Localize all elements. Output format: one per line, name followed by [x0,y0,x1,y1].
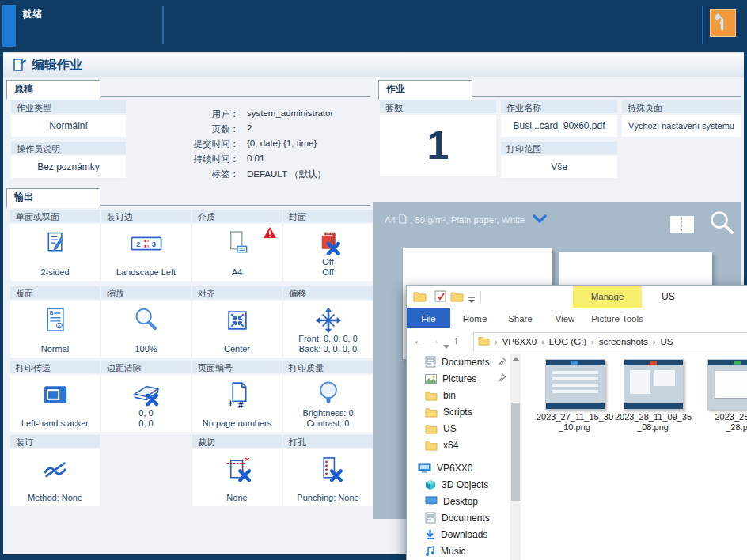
pin-icon [498,357,506,368]
breadcrumb-vp6xx0[interactable]: VP6XX0 [502,337,537,346]
job-type-value[interactable]: Normální [11,115,126,137]
up-icon[interactable]: ↑ [453,334,459,346]
music-icon [425,546,435,557]
pin-icon [498,373,506,384]
properties-check-icon[interactable] [434,290,446,305]
page-title: 编辑作业 [32,57,82,74]
zoom-icon [101,304,191,337]
sidebar-item-3d-objects[interactable]: 3D Objects [407,476,510,493]
staple-icon [10,452,100,486]
tab-job[interactable]: 作业 [378,80,472,100]
status-text: 就绪 [22,8,43,21]
window-title-strip: 编辑作业 [3,53,744,77]
tile-trim[interactable]: 裁切 None [192,435,282,506]
tile-staple[interactable]: 装订 Method: None [10,435,100,506]
tile-media[interactable]: 介质 A4 [192,210,282,281]
scrollbar-up-arrow[interactable] [513,357,519,361]
computer-icon [418,463,431,474]
sidebar-item-desktop[interactable]: Desktop [407,493,510,509]
breadcrumb-screenshots[interactable]: screenshots [599,337,648,346]
recent-locations-icon[interactable] [443,339,449,353]
portrait-page-icon [399,214,407,225]
folder-icon [425,390,438,401]
svg-text:q: q [58,324,60,328]
chevron-down-icon[interactable] [533,214,547,225]
sidebar-item-this-pc[interactable]: VP6XX0 [407,460,510,476]
job-name-value[interactable]: Busi...card_90x60.pdf [501,115,617,137]
tile-layout[interactable]: 版面 Bq Normal [10,286,100,358]
tile-label: 打印质量 [283,361,373,373]
tile-page-numbers[interactable]: 页面编号 +# No page numbers [192,361,282,432]
file-thumbnail-1[interactable]: 2023_27_11_15_30_10.png [545,359,604,433]
tile-label: 单面或双面 [10,210,100,222]
spread-view-icon[interactable] [670,216,694,233]
tab-original[interactable]: 原稿 [6,80,100,100]
tab-picture-tools[interactable]: Picture Tools [587,308,647,328]
tab-file[interactable]: File [407,308,450,328]
tile-binding-edge[interactable]: 装订边 23 Landscape Left [101,210,191,281]
tile-punch[interactable]: 打孔 Punching: None [283,435,373,506]
sidebar-item-downloads[interactable]: Downloads [407,526,510,543]
tile-label: 装订 [10,435,100,448]
qat-separator [430,291,430,303]
ribbon-tab-row: File Home Share View Picture Tools [407,308,747,329]
tile-zoom[interactable]: 缩放 100% [101,286,191,358]
address-field[interactable]: › VP6XX0 › LOG (G:) › screenshots › US [473,332,747,350]
tile-delivery[interactable]: 打印传送 Left-hand stacker [10,361,100,432]
tile-margin-erase[interactable]: 边距清除 0, 00, 0 [101,361,191,432]
job-type-label: 作业类型 [11,100,126,113]
tile-quality[interactable]: 打印质量 Brightness: 0Contrast: 0 [283,361,373,432]
folder-icon[interactable] [413,290,427,305]
info-value: system_administrator [247,108,333,118]
tile-cover[interactable]: 封面 OffOff [283,210,373,281]
info-value: DEFAULT （默认） [247,168,326,180]
qat-separator [480,291,481,303]
picture-icon [425,374,437,384]
tab-view[interactable]: View [545,308,585,328]
manage-contextual-tab[interactable]: Manage [573,286,642,308]
copies-value[interactable]: 1 [380,115,496,176]
file-thumbnail-3[interactable]: 2023_28_1_28.p [707,359,747,433]
tab-home[interactable]: Home [454,308,495,328]
align-center-icon [192,304,282,337]
wrench-icon [711,24,734,37]
scrollbar-thumb[interactable] [511,403,520,501]
sidebar-item-pictures-pinned[interactable]: Pictures [407,370,510,387]
sidebar-item-scripts[interactable]: Scripts [407,403,510,420]
forward-icon[interactable]: → [429,334,440,346]
file-thumbnail-2[interactable]: 2023_28_11_09_35_08.png [624,359,682,433]
tile-offset[interactable]: 偏移 Front: 0, 0, 0, 0Back: 0, 0, 0, 0 [283,286,373,358]
print-range-label: 打印范围 [501,142,617,154]
topbar-divider [702,6,703,44]
sidebar-item-documents-pinned[interactable]: Documents [407,354,510,370]
document-icon [425,356,436,368]
folder-icon [425,423,438,434]
sidebar-item-documents[interactable]: Documents [407,509,510,526]
qat-customize-icon[interactable] [468,293,476,307]
tab-output[interactable]: 输出 [6,188,100,208]
sidebar-scrollbar[interactable] [510,354,521,560]
settings-button[interactable] [710,9,736,37]
desktop-icon [425,496,438,506]
info-key: 标签： [122,168,239,180]
magnifier-icon[interactable] [708,210,735,240]
operator-note-value[interactable]: Bez poznámky [11,156,126,178]
offset-icon [283,304,373,337]
info-value: 2 [247,123,252,133]
sidebar-item-x64[interactable]: x64 [407,437,510,453]
tile-label: 装订边 [101,210,191,222]
tile-align[interactable]: 对齐 Center [192,286,282,358]
special-pages-value[interactable]: Výchozí nastavení systému [622,115,741,137]
sidebar-item-bin[interactable]: bin [407,387,510,403]
new-folder-icon[interactable] [450,290,464,305]
back-icon[interactable]: ← [413,334,424,346]
breadcrumb-log-g[interactable]: LOG (G:) [549,337,586,346]
sidebar-item-music[interactable]: Music [407,543,510,559]
tab-share[interactable]: Share [499,308,541,328]
breadcrumb-us[interactable]: US [660,337,673,346]
sidebar-item-us[interactable]: US [407,420,510,437]
tile-duplex[interactable]: 单面或双面 2-sided [10,210,100,281]
print-range-value[interactable]: Vše [501,156,617,178]
media-selector[interactable]: A4 , 80 g/m², Plain paper, White [385,214,547,225]
trim-icon [192,452,282,486]
